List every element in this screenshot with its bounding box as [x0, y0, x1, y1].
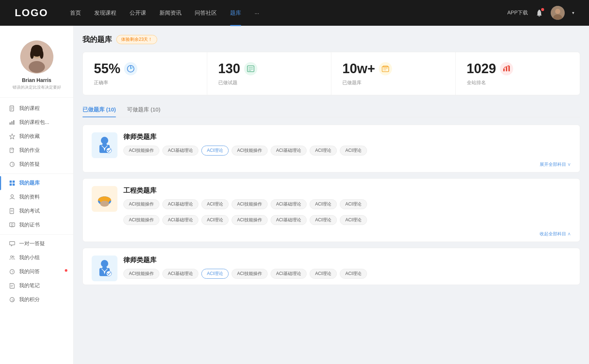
page-header: 我的题库 体验剩余23天！	[82, 35, 580, 44]
nav-discover[interactable]: 发现课程	[94, 10, 116, 17]
note-icon	[9, 282, 15, 289]
nav-open-course[interactable]: 公开课	[130, 10, 146, 17]
tag-e2-7[interactable]: ACI理论	[340, 215, 367, 225]
tag-e1-5[interactable]: ACI基础理论	[271, 199, 307, 209]
tag-l2-7[interactable]: ACI理论	[340, 269, 367, 279]
svg-point-26	[11, 195, 14, 197]
tag-e2-3[interactable]: ACI理论	[201, 215, 229, 225]
nav-more[interactable]: ···	[254, 10, 259, 16]
user-avatar[interactable]	[551, 6, 565, 20]
sidebar-label-bank: 我的题库	[19, 180, 40, 186]
bank-tags-eng-row1: ACI技能操作 ACI基础理论 ACI理论 ACI技能操作 ACI基础理论 AC…	[123, 199, 571, 215]
tag-e1-6[interactable]: ACI理论	[310, 199, 337, 209]
notification-dot	[541, 8, 544, 11]
svg-marker-17	[10, 134, 15, 139]
qa-icon: ?	[9, 268, 15, 275]
sidebar-item-favorites[interactable]: 我的收藏	[0, 129, 73, 143]
navbar-right: APP下载 ▾	[507, 6, 574, 20]
page-title: 我的题库	[82, 35, 112, 44]
tag-l1-4[interactable]: ACI技能操作	[232, 146, 268, 156]
tag-e2-2[interactable]: ACI基础理论	[162, 215, 198, 225]
notification-bell[interactable]	[535, 9, 543, 17]
sidebar-item-notes[interactable]: 我的笔记	[0, 279, 73, 293]
tag-l1-6[interactable]: ACI理论	[310, 146, 337, 156]
sidebar-item-myqa[interactable]: ? 我的问答	[0, 265, 73, 279]
sidebar-item-points[interactable]: 分 我的积分	[0, 293, 73, 307]
sidebar-item-group[interactable]: 我的小组	[0, 251, 73, 265]
tag-l2-2[interactable]: ACI基础理论	[162, 269, 198, 279]
tag-l2-6[interactable]: ACI理论	[310, 269, 337, 279]
tag-e2-5[interactable]: ACI基础理论	[271, 215, 307, 225]
tag-e2-1[interactable]: ACI技能操作	[123, 215, 159, 225]
bank-title-lawyer-2: 律师类题库	[123, 256, 571, 264]
sidebar-item-bank[interactable]: 我的题库	[0, 176, 73, 190]
user-menu-chevron[interactable]: ▾	[572, 10, 574, 15]
tab-available[interactable]: 可做题库 (10)	[127, 103, 161, 117]
svg-point-31	[11, 224, 13, 226]
tag-e1-3[interactable]: ACI理论	[201, 199, 229, 209]
stat-rank-value: 1029	[467, 61, 496, 76]
tag-l2-3[interactable]: ACI理论	[201, 269, 229, 279]
sidebar-item-qa[interactable]: ? 我的答疑	[0, 157, 73, 171]
tag-l1-3[interactable]: ACI理论	[201, 146, 229, 156]
sidebar-item-1on1[interactable]: 一对一答疑	[0, 237, 73, 251]
tag-e1-7[interactable]: ACI理论	[340, 199, 367, 209]
tag-l2-5[interactable]: ACI基础理论	[271, 269, 307, 279]
doc-icon	[9, 105, 15, 112]
nav-home[interactable]: 首页	[70, 10, 81, 17]
svg-rect-53	[508, 66, 510, 71]
svg-point-9	[32, 45, 42, 52]
tag-e2-4[interactable]: ACI技能操作	[232, 215, 268, 225]
myqa-dot	[65, 269, 67, 272]
done-b-icon	[379, 62, 392, 75]
accuracy-icon	[124, 62, 137, 75]
tag-e1-4[interactable]: ACI技能操作	[232, 199, 268, 209]
bank-card-lawyer-2: 律师类题库 ACI技能操作 ACI基础理论 ACI理论 ACI技能操作 ACI基…	[82, 248, 580, 285]
cert-icon	[9, 222, 15, 228]
sidebar-item-homework[interactable]: 我的作业	[0, 143, 73, 157]
sidebar-label-points: 我的积分	[19, 296, 40, 303]
tag-l1-7[interactable]: ACI理论	[340, 146, 367, 156]
nav-qa[interactable]: 问答社区	[195, 10, 217, 17]
tag-e1-1[interactable]: ACI技能操作	[123, 199, 159, 209]
svg-point-60	[100, 201, 109, 207]
nav-news[interactable]: 新闻资讯	[159, 10, 181, 17]
bank-title-engineer: 工程类题库	[123, 186, 571, 195]
sidebar-item-cert[interactable]: 我的证书	[0, 218, 73, 232]
nav-bank[interactable]: 题库	[230, 10, 241, 17]
svg-rect-43	[247, 66, 254, 72]
tab-done[interactable]: 已做题库 (10)	[82, 103, 116, 117]
bank-title-lawyer-1: 律师类题库	[123, 132, 571, 141]
stat-done-q-label: 已做试题	[218, 79, 320, 86]
sidebar-item-profile[interactable]: 我的资料	[0, 190, 73, 204]
sidebar-item-course[interactable]: 我的课程	[0, 101, 73, 115]
tag-e2-6[interactable]: ACI理论	[310, 215, 337, 225]
tag-l1-5[interactable]: ACI基础理论	[271, 146, 307, 156]
stat-done-q-value: 130	[218, 61, 240, 76]
tag-e1-2[interactable]: ACI基础理论	[162, 199, 198, 209]
nav-menu: 首页 发现课程 公开课 新闻资讯 问答社区 题库 ···	[70, 10, 507, 17]
expand-link-lawyer-1[interactable]: 展开全部科目 ∨	[83, 161, 580, 172]
bank-tags-lawyer-1: ACI技能操作 ACI基础理论 ACI理论 ACI技能操作 ACI基础理论 AC…	[123, 146, 571, 161]
tag-l2-4[interactable]: ACI技能操作	[232, 269, 268, 279]
tag-l2-1[interactable]: ACI技能操作	[123, 269, 159, 279]
stat-done-bank: 10w+ 已做题库	[331, 52, 456, 95]
navbar: LOGO 首页 发现课程 公开课 新闻资讯 问答社区 题库 ··· APP下载 …	[0, 0, 589, 26]
svg-point-34	[11, 256, 13, 258]
svg-text:?: ?	[12, 270, 14, 274]
collapse-link-engineer[interactable]: 收起全部科目 ∧	[83, 231, 580, 242]
bank-card-engineer-1: 工程类题库 ACI技能操作 ACI基础理论 ACI理论 ACI技能操作 ACI基…	[82, 178, 580, 242]
sidebar-item-exam[interactable]: 我的考试	[0, 204, 73, 218]
tag-l1-2[interactable]: ACI基础理论	[162, 146, 198, 156]
svg-rect-30	[10, 223, 15, 226]
sidebar-label-course-pkg: 我的课程包...	[19, 119, 49, 126]
stat-accuracy-value: 55%	[94, 61, 120, 76]
chat-icon	[9, 240, 15, 247]
svg-rect-25	[13, 183, 15, 186]
sidebar-label-group: 我的小组	[19, 254, 40, 261]
tag-l1-1[interactable]: ACI技能操作	[123, 146, 159, 156]
profile-motto: 错误的决定比没有决定要好	[13, 85, 61, 90]
sidebar-item-course-pkg[interactable]: 我的课程包...	[0, 115, 73, 129]
bank-tags-eng-row2: ACI技能操作 ACI基础理论 ACI理论 ACI技能操作 ACI基础理论 AC…	[123, 215, 571, 231]
app-download-link[interactable]: APP下载	[507, 10, 528, 16]
